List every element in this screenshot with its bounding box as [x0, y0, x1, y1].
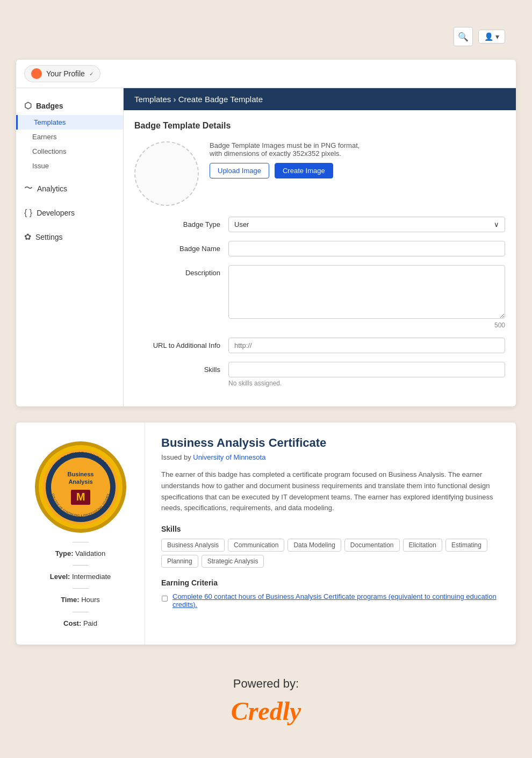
profile-pill[interactable]: Your Profile ✓	[24, 65, 100, 82]
profile-chevron: ✓	[89, 71, 94, 77]
badge-issued-by: Issued by University of Minnesota	[161, 453, 500, 461]
skill-tag-elicitation: Elicitation	[403, 539, 442, 552]
badge-left-panel: UNIVERSITY OF MINNESOTA Business Analysi…	[16, 423, 145, 645]
skill-tag-estimating: Estimating	[445, 539, 487, 552]
skills-row: Skills No skills assigned.	[134, 362, 505, 387]
skill-tag-communication: Communication	[228, 539, 284, 552]
app-header: Your Profile ✓	[16, 60, 516, 88]
badge-type-display: Type: Validation	[55, 549, 105, 559]
skill-tag-strategic-analysis: Strategic Analysis	[202, 555, 264, 568]
type-value: Validation	[75, 549, 105, 557]
time-value: Hours	[81, 596, 100, 604]
skills-tags: Business Analysis Communication Data Mod…	[161, 539, 500, 568]
badge-type-label: Badge Type	[134, 217, 220, 228]
settings-icon: ✿	[24, 232, 31, 242]
badge-image-row: Badge Template Images must be in PNG for…	[134, 141, 505, 206]
earning-criteria-item: ▢ Complete 60 contact hours of Business …	[161, 592, 500, 609]
type-label: Type:	[55, 549, 74, 557]
badge-type-value: User	[234, 220, 249, 228]
svg-point-12	[79, 530, 82, 533]
sidebar-badges-label: Badges	[36, 102, 63, 110]
sidebar-item-earners[interactable]: Earners	[16, 130, 123, 144]
create-image-button[interactable]: Create Image	[275, 163, 333, 178]
meta-divider-3	[73, 588, 89, 589]
app-container: Your Profile ✓ ⬡ Badges Templates Earner…	[16, 60, 516, 406]
user-icon: 👤	[484, 32, 493, 41]
top-nav: 🔍 👤 ▾	[16, 22, 516, 52]
level-label: Level:	[50, 573, 70, 581]
badge-image-info-text: Badge Template Images must be in PNG for…	[210, 141, 371, 158]
profile-dot	[31, 68, 42, 79]
skill-tag-planning: Planning	[161, 555, 198, 568]
content-area: Templates › Create Badge Template Badge …	[124, 88, 516, 406]
svg-point-13	[35, 485, 38, 489]
skills-input[interactable]	[228, 362, 505, 377]
sidebar: ⬡ Badges Templates Earners Collections I…	[16, 88, 124, 406]
no-skills-text: No skills assigned.	[228, 380, 505, 387]
badge-cost-display: Cost: Paid	[63, 619, 97, 628]
badge-type-row: Badge Type User ∨	[134, 217, 505, 232]
textarea-wrapper: 500	[228, 265, 505, 329]
badge-cert-title: Business Analysis Certificate	[161, 436, 500, 450]
meta-divider-4	[73, 612, 89, 612]
level-value: Intermediate	[72, 573, 111, 581]
sidebar-analytics-label: Analytics	[37, 184, 67, 193]
earning-criteria-title: Earning Criteria	[161, 578, 500, 587]
user-menu[interactable]: 👤 ▾	[478, 30, 505, 44]
content-body: Badge Template Details Badge Template Im…	[124, 110, 516, 406]
time-label: Time:	[61, 596, 79, 604]
description-label: Description	[134, 265, 220, 277]
sidebar-settings-section: ✿ Settings	[16, 225, 123, 249]
svg-text:Business: Business	[67, 471, 94, 477]
sidebar-developers-label: Developers	[37, 209, 75, 217]
sidebar-item-collections[interactable]: Collections	[16, 144, 123, 159]
sidebar-item-developers[interactable]: { } Developers	[16, 204, 123, 222]
user-chevron: ▾	[495, 32, 499, 41]
skills-label: Skills	[134, 362, 220, 374]
char-count: 500	[228, 321, 505, 329]
developers-icon: { }	[24, 208, 32, 218]
badge-preview-section: UNIVERSITY OF MINNESOTA Business Analysi…	[16, 423, 516, 645]
url-row: URL to Additional Info	[134, 338, 505, 353]
sidebar-settings-label: Settings	[35, 233, 63, 241]
profile-label: Your Profile	[46, 69, 85, 78]
cost-value: Paid	[83, 619, 97, 627]
badge-type-select[interactable]: User ∨	[228, 217, 505, 232]
sidebar-item-analytics[interactable]: 〜 Analytics	[16, 178, 123, 198]
sidebar-developers-section: { } Developers	[16, 201, 123, 225]
powered-by-section: Powered by: Credly	[16, 661, 516, 747]
powered-by-text: Powered by:	[27, 677, 505, 691]
badge-right-panel: Business Analysis Certificate Issued by …	[145, 423, 516, 645]
svg-text:M: M	[76, 491, 85, 503]
meta-divider-2	[73, 565, 89, 566]
skills-wrapper: No skills assigned.	[228, 362, 505, 387]
badge-image-display: UNIVERSITY OF MINNESOTA Business Analysi…	[32, 439, 129, 535]
url-input[interactable]	[228, 338, 505, 353]
badge-image-placeholder	[134, 141, 199, 206]
skill-tag-business-analysis: Business Analysis	[161, 539, 225, 552]
badge-time-display: Time: Hours	[61, 595, 100, 605]
badge-name-row: Badge Name	[134, 241, 505, 256]
svg-text:Analysis: Analysis	[68, 478, 92, 485]
earning-criteria-link[interactable]: Complete 60 contact hours of Business An…	[172, 592, 500, 609]
skill-tag-data-modeling: Data Modeling	[287, 539, 341, 552]
issuer-link[interactable]: University of Minnesota	[193, 453, 265, 461]
badge-description: The earner of this badge has completed a…	[161, 469, 500, 514]
cost-label: Cost:	[63, 619, 81, 627]
description-textarea[interactable]	[228, 265, 505, 319]
upload-image-button[interactable]: Upload Image	[210, 163, 269, 178]
url-label: URL to Additional Info	[134, 338, 220, 349]
analytics-icon: 〜	[24, 183, 33, 194]
search-icon[interactable]: 🔍	[454, 27, 473, 46]
sidebar-badges-section: ⬡ Badges Templates Earners Collections I…	[16, 94, 123, 176]
badge-level-display: Level: Intermediate	[50, 572, 111, 582]
sidebar-item-issue[interactable]: Issue	[16, 159, 123, 173]
criteria-icon: ▢	[161, 593, 168, 602]
svg-point-14	[123, 485, 126, 489]
sidebar-item-badges[interactable]: ⬡ Badges	[16, 96, 123, 115]
svg-point-11	[79, 441, 82, 445]
sidebar-item-templates[interactable]: Templates	[16, 115, 123, 130]
badge-name-label: Badge Name	[134, 241, 220, 253]
badge-name-input[interactable]	[228, 241, 505, 256]
sidebar-item-settings[interactable]: ✿ Settings	[16, 227, 123, 246]
